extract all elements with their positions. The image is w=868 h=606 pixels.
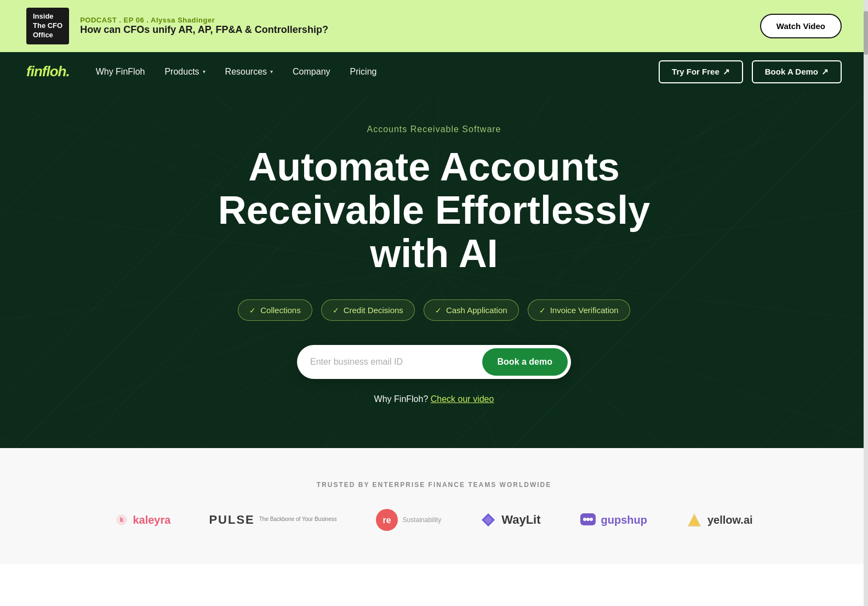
waylit-icon — [479, 511, 497, 529]
brand-waylit: WayLit — [479, 511, 540, 529]
brand-yellowai: yellow.ai — [686, 511, 753, 529]
book-demo-arrow-icon: ↗ — [821, 67, 829, 77]
logo: finfloh. — [26, 63, 70, 80]
scrollbar[interactable] — [864, 0, 868, 564]
re-icon: re — [375, 508, 398, 531]
nav-link-company[interactable]: Company — [293, 67, 330, 77]
check-icon-invoice: ✓ — [539, 306, 546, 315]
try-free-button[interactable]: Try For Free ↗ — [659, 60, 743, 83]
svg-point-28 — [590, 518, 593, 521]
podcast-label: PODCAST . EP 06 . Alyssa Shadinger — [80, 16, 328, 24]
brand-logo-row: k kaleyra PULSE The Backbone of Your Bus… — [26, 508, 842, 531]
check-icon-credit: ✓ — [333, 306, 339, 315]
book-demo-nav-button[interactable]: Book A Demo ↗ — [752, 60, 842, 83]
products-chevron-icon: ▾ — [203, 69, 205, 75]
nav-item-company[interactable]: Company — [293, 67, 330, 77]
trusted-section: TRUSTED BY ENTERPRISE FINANCE TEAMS WORL… — [0, 448, 868, 564]
nav-links: Why FinFloh Products ▾ Resources ▾ Compa… — [96, 67, 377, 77]
brand-kaleyra: k kaleyra — [115, 513, 170, 526]
trusted-label: TRUSTED BY ENTERPRISE FINANCE TEAMS WORL… — [26, 481, 842, 489]
gupshup-icon — [579, 511, 597, 529]
nav-link-why-finfloh[interactable]: Why FinFloh — [96, 67, 145, 77]
watch-video-button[interactable]: Watch Video — [760, 14, 842, 38]
navbar-right: Try For Free ↗ Book A Demo ↗ — [659, 60, 842, 83]
pill-invoice-verification: ✓ Invoice Verification — [528, 299, 630, 321]
check-our-video-link[interactable]: Check our video — [431, 394, 494, 404]
resources-chevron-icon: ▾ — [270, 69, 273, 75]
email-form: Book a demo — [297, 345, 571, 379]
email-input[interactable] — [297, 345, 479, 379]
nav-item-why-finfloh[interactable]: Why FinFloh — [96, 67, 145, 77]
svg-point-27 — [586, 518, 590, 521]
pill-credit-decisions: ✓ Credit Decisions — [321, 299, 415, 321]
book-demo-submit-button[interactable]: Book a demo — [482, 348, 568, 376]
hero-section: Accounts Receivable Software Automate Ac… — [0, 92, 868, 449]
banner-logo: Inside The CFO Office — [26, 8, 69, 44]
top-banner: Inside The CFO Office PODCAST . EP 06 . … — [0, 0, 868, 52]
try-free-arrow-icon: ↗ — [723, 67, 730, 77]
check-icon-collections: ✓ — [249, 306, 256, 315]
check-icon-cash: ✓ — [435, 306, 442, 315]
brand-pulse: PULSE The Backbone of Your Business — [209, 513, 336, 527]
nav-link-resources[interactable]: Resources ▾ — [225, 67, 273, 77]
brand-gupshup: gupshup — [579, 511, 647, 529]
svg-text:k: k — [120, 516, 124, 524]
pill-collections: ✓ Collections — [238, 299, 312, 321]
navbar: finfloh. Why FinFloh Products ▾ Resource… — [0, 52, 868, 92]
nav-link-pricing[interactable]: Pricing — [350, 67, 377, 77]
nav-item-pricing[interactable]: Pricing — [350, 67, 377, 77]
nav-item-resources[interactable]: Resources ▾ — [225, 67, 273, 77]
hero-title: Automate Accounts Receivable Effortlessl… — [218, 145, 650, 276]
svg-point-26 — [583, 518, 586, 521]
hero-subtitle: Accounts Receivable Software — [367, 124, 501, 134]
nav-link-products[interactable]: Products ▾ — [164, 67, 205, 77]
pill-cash-application: ✓ Cash Application — [424, 299, 519, 321]
nav-item-products[interactable]: Products ▾ — [164, 67, 205, 77]
scrollbar-thumb[interactable] — [864, 11, 868, 55]
why-finfloh-text: Why FinFloh? Check our video — [374, 394, 494, 404]
yellowai-icon — [686, 511, 703, 529]
banner-title: How can CFOs unify AR, AP, FP&A & Contro… — [80, 24, 328, 36]
kaleyra-icon: k — [115, 513, 128, 526]
banner-left: Inside The CFO Office PODCAST . EP 06 . … — [26, 8, 328, 44]
svg-text:re: re — [382, 516, 391, 525]
brand-re: re Sustainability — [375, 508, 442, 531]
feature-pills: ✓ Collections ✓ Credit Decisions ✓ Cash … — [238, 299, 630, 321]
navbar-left: finfloh. Why FinFloh Products ▾ Resource… — [26, 63, 376, 80]
banner-text: PODCAST . EP 06 . Alyssa Shadinger How c… — [80, 16, 328, 36]
